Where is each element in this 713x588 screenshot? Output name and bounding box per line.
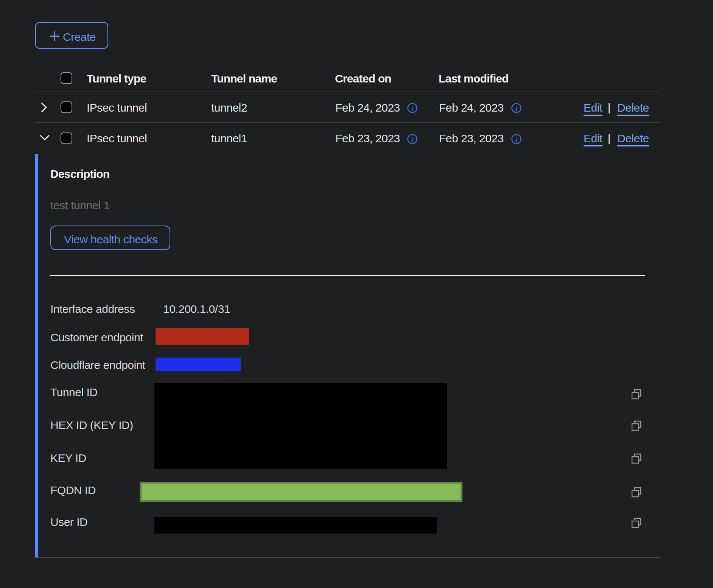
svg-text:i: i (515, 104, 518, 112)
svg-text:i: i (411, 135, 414, 143)
svg-text:i: i (515, 135, 518, 143)
svg-text:i: i (411, 104, 414, 112)
